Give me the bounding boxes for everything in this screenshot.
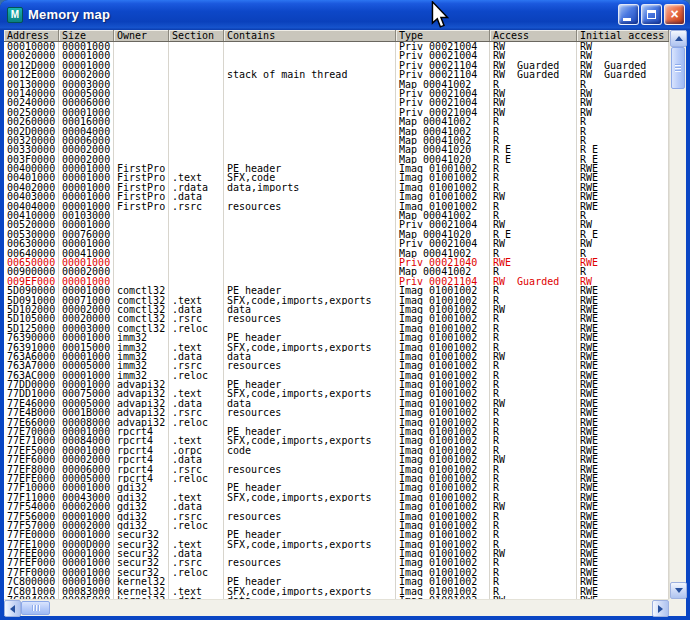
table-row[interactable]: 77F1100000043000gdi32.textSFX,code,impor… (4, 493, 669, 502)
table-row[interactable]: 0041000000103000Map 00041002RR (4, 211, 669, 220)
table-row[interactable]: 77E4600000005000advapi32.datadataImag 01… (4, 399, 669, 408)
cell-owner: imm32 (114, 371, 169, 380)
maximize-icon (647, 10, 656, 19)
table-row[interactable]: 002D000000004000Map 00041002RR (4, 127, 669, 136)
scroll-down-button[interactable] (670, 582, 687, 599)
table-row[interactable]: 77E7000000001000rpcrt4PE headerImag 0100… (4, 427, 669, 436)
table-row[interactable]: 77EF600000002000rpcrt4.dataImag 01001002… (4, 455, 669, 464)
table-row[interactable]: 77E4B0000001B000advapi32.rsrcresourcesIm… (4, 408, 669, 417)
table-row[interactable]: 763A600000001000imm32.datadataImag 01001… (4, 352, 669, 361)
table-row[interactable]: 0040100000001000FirstPro.textSFX,codeIma… (4, 173, 669, 182)
table-row[interactable]: 77E7100000084000rpcrt4.textSFX,code,impo… (4, 436, 669, 445)
cell-contains (224, 239, 396, 248)
cell-type: Map 00041002 (396, 117, 490, 126)
table-row[interactable]: 77DD100000075000advapi32.textSFX,code,im… (4, 389, 669, 398)
cell-addr: 7C801000 (4, 587, 59, 596)
cell-section: .text (169, 343, 224, 352)
table-row[interactable]: 0033000000002000Map 00041020R ER E (4, 145, 669, 154)
cell-section (169, 51, 224, 60)
cell-addr: 5D105000 (4, 314, 59, 323)
table-row[interactable]: 0025000000001000Priv 00021004RWRW (4, 108, 669, 117)
table-row[interactable]: 77FEE00000001000secur32.dataImag 0100100… (4, 549, 669, 558)
column-header-initial-access[interactable]: Initial access (577, 30, 669, 41)
cell-section (169, 277, 224, 286)
maximize-button[interactable] (641, 4, 662, 25)
table-row[interactable]: 77FE10000000D000secur32.textSFX,code,imp… (4, 540, 669, 549)
table-row[interactable]: 7639100000015000imm32.textSFX,code,impor… (4, 343, 669, 352)
table-row[interactable]: 763AC00000001000imm32.relocImag 01001002… (4, 371, 669, 380)
table-row[interactable]: 77EFE00000005000rpcrt4.relocImag 0100100… (4, 474, 669, 483)
column-header-address[interactable]: Address (4, 30, 59, 41)
titlebar[interactable]: M Memory map × (0, 0, 690, 30)
table-row[interactable]: 77F5600000001000gdi32.rsrcresourcesImag … (4, 512, 669, 521)
scroll-left-button[interactable] (4, 600, 21, 617)
column-header-size[interactable]: Size (59, 30, 114, 41)
cell-owner: advapi32 (114, 380, 169, 389)
column-header-contains[interactable]: Contains (224, 30, 396, 41)
table-row[interactable]: 7C80000000001000kernel32PE headerImag 01… (4, 577, 669, 586)
cell-contains (224, 136, 396, 145)
table-row[interactable]: 77F5700000002000gdi32.relocImag 01001002… (4, 521, 669, 530)
table-row[interactable]: 5D09100000071000comctl32.textSFX,code,im… (4, 296, 669, 305)
table-row[interactable]: 0032000000006000Map 00041002RR (4, 136, 669, 145)
horizontal-scrollbar-thumb[interactable] (21, 601, 50, 615)
table-row[interactable]: 5D09000000001000comctl32PE headerImag 01… (4, 286, 669, 295)
table-row[interactable]: 0040200000001000FirstPro.rdatadata,impor… (4, 183, 669, 192)
table-row[interactable]: 77DD000000001000advapi32PE headerImag 01… (4, 380, 669, 389)
cell-type: Priv 00021004 (396, 42, 490, 51)
table-row[interactable]: 77EF800000006000rpcrt4.rsrcresourcesImag… (4, 465, 669, 474)
table-row[interactable]: 77FEF00000001000secur32.rsrcresourcesIma… (4, 558, 669, 567)
column-header-access[interactable]: Access (490, 30, 577, 41)
table-row[interactable]: 0090000000002000Map 00041002RR (4, 267, 669, 276)
column-header-section[interactable]: Section (169, 30, 224, 41)
table-row[interactable]: 0052000000001000Priv 00021004RWRW (4, 220, 669, 229)
cell-access: RW (490, 399, 577, 408)
table-row[interactable]: 0002000000001000Priv 00021004RWRW (4, 51, 669, 60)
table-row[interactable]: 0040000000001000FirstProPE headerImag 01… (4, 164, 669, 173)
cell-initial: RW (577, 51, 669, 60)
cell-type: Imag 01001002 (396, 314, 490, 323)
table-row[interactable]: 7C80100000083000kernel32.textSFX,code,im… (4, 587, 669, 596)
column-header-owner[interactable]: Owner (114, 30, 169, 41)
close-button[interactable]: × (664, 4, 685, 25)
table-row[interactable]: 0026000000016000Map 00041002RR (4, 117, 669, 126)
table-row[interactable]: 77F5400000002000gdi32.dataImag 01001002R… (4, 502, 669, 511)
table-row[interactable]: 0014000000005000Priv 00021004RWRW (4, 89, 669, 98)
cell-access: R (490, 173, 577, 182)
horizontal-scrollbar[interactable] (4, 599, 669, 616)
table-row[interactable]: 0024000000006000Priv 00021004RWRW (4, 98, 669, 107)
table-row[interactable]: 009EF00000001000Priv 00021104RW GuardedR… (4, 277, 669, 286)
table-row[interactable]: 77FF000000001000secur32.relocImag 010010… (4, 568, 669, 577)
table-row[interactable]: 0013000000003000Map 00041002RR (4, 80, 669, 89)
table-row[interactable]: 003F000000002000Map 00041020R ER E (4, 155, 669, 164)
table-row[interactable]: 77E6600000008000advapi32.relocImag 01001… (4, 418, 669, 427)
table-row[interactable]: 0012E00000002000stack of main threadPriv… (4, 70, 669, 79)
table-row[interactable]: 0040300000001000FirstPro.dataImag 010010… (4, 192, 669, 201)
table-row[interactable]: 5D10200000002000comctl32.datadataImag 01… (4, 305, 669, 314)
table-row[interactable]: 763A700000005000imm32.rsrcresourcesImag … (4, 361, 669, 370)
scroll-right-button[interactable] (652, 600, 669, 617)
table-row[interactable]: 0001000000001000Priv 00021004RWRW (4, 42, 669, 51)
cell-access: R (490, 211, 577, 220)
table-row[interactable]: 77FE000000001000secur32PE headerImag 010… (4, 530, 669, 539)
vertical-scrollbar[interactable] (669, 30, 686, 599)
minimize-button[interactable] (618, 4, 639, 25)
column-header-type[interactable]: Type (396, 30, 490, 41)
scroll-up-button[interactable] (670, 30, 687, 47)
table-row[interactable]: 0064000000041000Map 00041002RR (4, 249, 669, 258)
table-row[interactable]: 5D10500000020000comctl32.rsrcresourcesIm… (4, 314, 669, 323)
memory-map-icon[interactable]: M (7, 7, 23, 23)
table-row[interactable]: 0053000000076000Map 00041020R ER E (4, 230, 669, 239)
table-row[interactable]: 5D12500000003000comctl32.relocImag 01001… (4, 324, 669, 333)
table-row[interactable]: 0012D00000001000Priv 00021104RW GuardedR… (4, 61, 669, 70)
table-row[interactable]: 0065000000001000Priv 00021040RWERWE (4, 258, 669, 267)
cell-section (169, 577, 224, 586)
table-row[interactable]: 7639000000001000imm32PE headerImag 01001… (4, 333, 669, 342)
cell-type: Imag 01001002 (396, 465, 490, 474)
cell-contains: SFX,code,imports,exports (224, 493, 396, 502)
table-row[interactable]: 0040400000001000FirstPro.rsrcresourcesIm… (4, 202, 669, 211)
table-row[interactable]: 0063000000001000Priv 00021004RWRW (4, 239, 669, 248)
table-row[interactable]: 77F1000000001000gdi32PE headerImag 01001… (4, 483, 669, 492)
table-row[interactable]: 77EF500000001000rpcrt4.orpccodeImag 0100… (4, 446, 669, 455)
vertical-scrollbar-thumb[interactable] (671, 47, 685, 89)
